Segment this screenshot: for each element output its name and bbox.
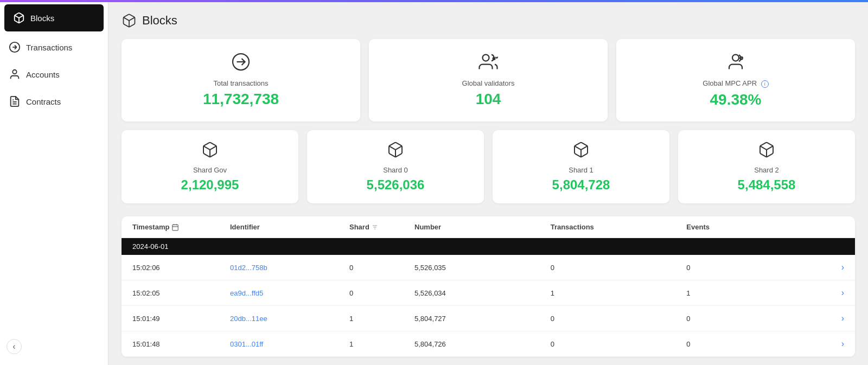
svg-rect-19 <box>173 225 178 230</box>
mpc-apr-info-icon[interactable]: i <box>761 80 769 88</box>
shard-row: Shard Gov 2,120,995 Shard 0 5,526,036 <box>122 130 855 203</box>
col-header-actions <box>822 223 844 231</box>
shard-2-value: 5,484,558 <box>738 177 796 193</box>
row-0-number: 5,526,035 <box>414 264 551 272</box>
sidebar-item-transactions[interactable]: Transactions <box>0 34 108 61</box>
accounts-icon <box>9 68 21 80</box>
shard-1-icon <box>572 141 590 161</box>
row-1-shard: 0 <box>349 289 414 297</box>
row-3-number: 5,804,726 <box>414 340 551 348</box>
row-3-shard: 1 <box>349 340 414 348</box>
blocks-icon <box>13 12 25 24</box>
row-1-identifier[interactable]: ea9d...ffd5 <box>230 289 349 297</box>
top-bar <box>0 0 868 2</box>
svg-point-11 <box>483 55 489 61</box>
sidebar-item-blocks[interactable]: Blocks <box>4 4 104 31</box>
global-validators-value: 104 <box>476 91 501 108</box>
row-2-shard: 1 <box>349 315 414 323</box>
col-header-number: Number <box>414 223 551 231</box>
row-1-events: 1 <box>686 289 822 297</box>
transactions-icon <box>9 41 21 53</box>
svg-point-5 <box>12 70 16 74</box>
stats-row: Total transactions 11,732,738 Global val… <box>122 39 855 121</box>
page-header: Blocks <box>122 13 855 28</box>
global-mpc-apr-label: Global MPC APR i <box>703 79 768 88</box>
col-header-identifier: Identifier <box>230 223 349 231</box>
global-validators-icon <box>478 52 498 74</box>
svg-point-12 <box>493 57 496 60</box>
sidebar-item-accounts-label: Accounts <box>26 70 60 79</box>
row-0-timestamp: 15:02:06 <box>132 264 230 272</box>
shard-1-label: Shard 1 <box>569 166 593 174</box>
page-blocks-icon <box>122 13 137 28</box>
row-3-transactions: 0 <box>551 340 687 348</box>
stat-card-global-mpc-apr: Global MPC APR i 49.38% <box>616 39 855 121</box>
row-3-events: 0 <box>686 340 822 348</box>
stat-card-total-transactions: Total transactions 11,732,738 <box>122 39 360 121</box>
stat-card-global-validators: Global validators 104 <box>369 39 608 121</box>
sidebar: Blocks Transactions Accounts Contracts ‹ <box>0 2 108 365</box>
shard-card-2: Shard 2 5,484,558 <box>678 130 855 203</box>
table-row: 15:01:48 0301...01ff 1 5,804,726 0 0 › <box>122 331 855 357</box>
main-content: Blocks Total transactions 11,732,738 <box>108 2 868 365</box>
shard-0-icon <box>387 141 404 161</box>
date-separator: 2024-06-01 <box>122 238 855 255</box>
row-0-shard: 0 <box>349 264 414 272</box>
row-2-number: 5,804,727 <box>414 315 551 323</box>
shard-card-0: Shard 0 5,526,036 <box>307 130 484 203</box>
row-1-timestamp: 15:02:05 <box>132 289 230 297</box>
sidebar-collapse-button[interactable]: ‹ <box>7 339 22 354</box>
row-2-chevron[interactable]: › <box>822 313 844 323</box>
svg-point-13 <box>732 55 739 61</box>
table-row: 15:02:05 ea9d...ffd5 0 5,526,034 1 1 › <box>122 280 855 306</box>
table-row: 15:01:49 20db...11ee 1 5,804,727 0 0 › <box>122 306 855 331</box>
row-2-identifier[interactable]: 20db...11ee <box>230 315 349 323</box>
sidebar-item-blocks-label: Blocks <box>30 14 54 23</box>
sidebar-item-accounts[interactable]: Accounts <box>0 61 108 88</box>
total-transactions-label: Total transactions <box>213 79 268 87</box>
global-mpc-apr-value: 49.38% <box>710 91 762 108</box>
shard-2-icon <box>758 141 775 161</box>
row-1-chevron[interactable]: › <box>822 288 844 298</box>
sidebar-item-transactions-label: Transactions <box>26 43 72 52</box>
shard-gov-label: Shard Gov <box>193 166 227 174</box>
sidebar-item-contracts[interactable]: Contracts <box>0 88 108 115</box>
shard-0-label: Shard 0 <box>383 166 408 174</box>
total-transactions-icon <box>231 52 251 74</box>
filter-icon[interactable] <box>372 224 378 230</box>
row-2-events: 0 <box>686 315 822 323</box>
table-row: 15:02:06 01d2...758b 0 5,526,035 0 0 › <box>122 255 855 280</box>
contracts-icon <box>9 95 21 107</box>
shard-card-gov: Shard Gov 2,120,995 <box>122 130 298 203</box>
row-3-timestamp: 15:01:48 <box>132 340 230 348</box>
page-title: Blocks <box>142 14 177 28</box>
col-header-events: Events <box>686 223 822 231</box>
row-2-transactions: 0 <box>551 315 687 323</box>
row-3-chevron[interactable]: › <box>822 339 844 349</box>
col-header-timestamp: Timestamp <box>132 223 230 231</box>
shard-2-label: Shard 2 <box>754 166 779 174</box>
row-0-chevron[interactable]: › <box>822 262 844 272</box>
row-2-timestamp: 15:01:49 <box>132 315 230 323</box>
global-mpc-apr-icon <box>726 52 745 74</box>
shard-card-1: Shard 1 5,804,728 <box>493 130 669 203</box>
global-validators-label: Global validators <box>462 79 515 87</box>
total-transactions-value: 11,732,738 <box>203 91 279 108</box>
col-header-shard: Shard <box>349 223 414 231</box>
shard-gov-icon <box>201 141 219 161</box>
shard-gov-value: 2,120,995 <box>181 177 239 193</box>
col-header-transactions: Transactions <box>551 223 687 231</box>
sidebar-item-contracts-label: Contracts <box>26 97 61 106</box>
shard-1-value: 5,804,728 <box>552 177 610 193</box>
calendar-icon[interactable] <box>171 223 179 231</box>
row-0-transactions: 0 <box>551 264 687 272</box>
row-1-number: 5,526,034 <box>414 289 551 297</box>
shard-0-value: 5,526,036 <box>367 177 425 193</box>
table-header: Timestamp Identifier Shard Number Transa <box>122 216 855 238</box>
row-0-identifier[interactable]: 01d2...758b <box>230 264 349 272</box>
blocks-table: Timestamp Identifier Shard Number Transa <box>122 216 855 357</box>
row-0-events: 0 <box>686 264 822 272</box>
row-3-identifier[interactable]: 0301...01ff <box>230 340 349 348</box>
row-1-transactions: 1 <box>551 289 687 297</box>
